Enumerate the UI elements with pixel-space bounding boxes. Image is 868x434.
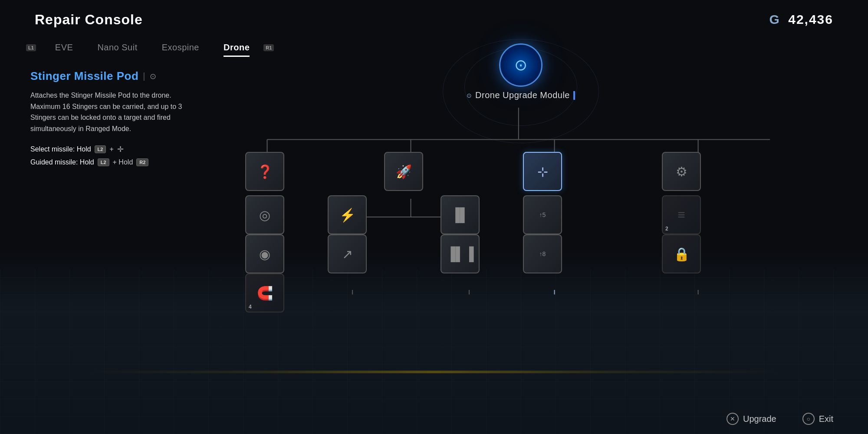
node-stinger-selected[interactable]: ⊹: [523, 152, 562, 191]
tab-eve[interactable]: EVE: [43, 39, 85, 56]
tab-nano-suit[interactable]: Nano Suit: [85, 39, 149, 56]
top-node-label-text: Drone Upgrade Module: [475, 90, 570, 100]
node-missile-1-icon: 🚀: [396, 164, 412, 179]
upgrade-title-row: Stinger Missile Pod | ⊙: [30, 69, 195, 83]
bottom-bar: ✕ Upgrade ○ Exit: [0, 404, 868, 434]
currency-display: G 42,436: [769, 12, 833, 27]
node-count5-icon: ↑5: [539, 211, 546, 218]
top-node: ⊙ ⊙ Drone Upgrade Module: [467, 43, 575, 100]
node-cost4-magnet[interactable]: 4 🧲: [245, 273, 284, 312]
control-row-1: Select missile: Hold L2 + ✛: [30, 145, 195, 154]
left-panel: Stinger Missile Pod | ⊙ Attaches the Sti…: [30, 69, 195, 166]
node-scatter[interactable]: ⚡: [328, 195, 367, 234]
control1-label: Select missile: Hold: [30, 145, 91, 153]
page-title: Repair Console: [35, 12, 143, 28]
control2-label: Guided missile: Hold: [30, 158, 94, 166]
node-ammo-mid-icon: ▐▌: [451, 207, 470, 222]
node-cost2-icon: ≡: [677, 207, 685, 222]
top-bar: Repair Console G 42,436: [0, 0, 868, 39]
top-node-label-bar: [573, 91, 575, 100]
upgrade-title-icon: ⊙: [150, 72, 156, 81]
node-gear-icon: ⚙: [676, 164, 687, 179]
node-count5[interactable]: ↑5: [523, 195, 562, 234]
currency-symbol: G: [769, 12, 780, 26]
node-radar-1[interactable]: ◎: [245, 195, 284, 234]
control1-plus: +: [109, 145, 113, 153]
node-radar-2[interactable]: ◉: [245, 234, 284, 273]
node-count8-icon: ↑8: [539, 250, 546, 257]
node-missile-1[interactable]: 🚀: [384, 152, 423, 191]
node-lock-icon: 🔒: [674, 247, 690, 262]
node-question[interactable]: ❓: [245, 152, 284, 191]
node-magnet-icon: 🧲: [257, 286, 273, 301]
control-row-2: Guided missile: Hold L2 + Hold R2: [30, 158, 195, 166]
node-stinger-icon: ⊹: [537, 164, 548, 179]
control2-sep: + Hold: [113, 158, 133, 166]
node-gear[interactable]: ⚙: [662, 152, 701, 191]
node-missile-2[interactable]: ↗: [328, 234, 367, 273]
node-cost2[interactable]: 2 ≡: [662, 195, 701, 234]
tab-l1-hint: L1: [26, 44, 36, 51]
node-ammo-full-icon: ▐▌▐: [446, 247, 474, 261]
node-ammo-mid[interactable]: ▐▌: [441, 195, 480, 234]
node-scatter-icon: ⚡: [339, 207, 355, 223]
control1-dpad-icon: ✛: [117, 145, 124, 154]
upgrade-label: Upgrade: [743, 414, 776, 424]
node-question-icon: ❓: [257, 164, 273, 179]
node-lock[interactable]: 🔒: [662, 234, 701, 273]
node-cost2-label: 2: [665, 226, 668, 232]
currency-amount: 42,436: [788, 12, 833, 26]
upgrade-tree-area: ⊙ ⊙ Drone Upgrade Module: [195, 35, 846, 399]
upgrade-title-text: Stinger Missile Pod: [30, 69, 138, 83]
action-upgrade[interactable]: ✕ Upgrade: [727, 413, 776, 425]
top-node-icon: ⊙: [514, 56, 527, 74]
control2-btn2: R2: [136, 158, 148, 166]
control2-btn1: L2: [98, 158, 109, 166]
top-node-label-icon: ⊙: [467, 92, 472, 99]
node-ammo-full[interactable]: ▐▌▐: [441, 234, 480, 273]
node-radar-2-icon: ◉: [259, 247, 270, 262]
control1-btn: L2: [95, 145, 106, 153]
exit-label: Exit: [819, 414, 833, 424]
controls-section: Select missile: Hold L2 + ✛ Guided missi…: [30, 145, 195, 166]
node-radar-1-icon: ◎: [259, 207, 270, 223]
upgrade-btn-icon: ✕: [727, 413, 739, 425]
exit-btn-icon: ○: [802, 413, 815, 425]
top-node-label-row: ⊙ Drone Upgrade Module: [467, 90, 575, 100]
top-node-icon-wrapper: ⊙: [499, 43, 542, 87]
upgrade-title-sep: |: [143, 71, 145, 81]
upgrade-description: Attaches the Stinger Missile Pod to the …: [30, 90, 195, 134]
node-missile-2-icon: ↗: [342, 247, 353, 262]
node-cost4-label: 4: [249, 304, 252, 310]
node-count8[interactable]: ↑8: [523, 234, 562, 273]
action-exit[interactable]: ○ Exit: [802, 413, 833, 425]
